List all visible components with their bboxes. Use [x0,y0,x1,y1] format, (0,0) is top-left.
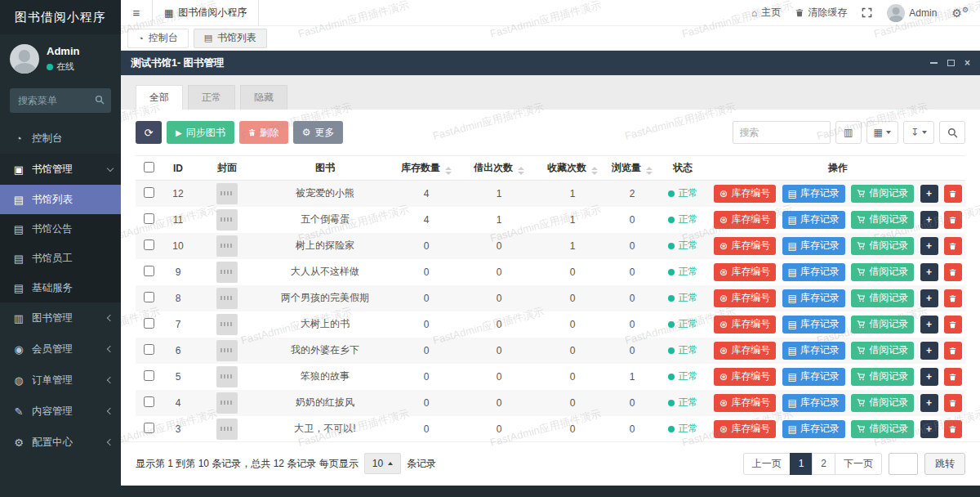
delete-row-button[interactable] [944,394,962,412]
borrow-record-button[interactable]: 借阅记录 [851,237,914,255]
add-button[interactable]: + [920,237,938,255]
stock-number-button[interactable]: ⊛库存编号 [714,342,776,360]
book-cover-thumbnail[interactable] [216,183,238,204]
stock-number-button[interactable]: ⊛库存编号 [714,211,776,229]
add-button[interactable]: + [920,420,938,438]
delete-row-button[interactable] [944,185,962,203]
stock-record-button[interactable]: ▤库存记录 [782,263,845,281]
book-cover-thumbnail[interactable] [216,419,238,440]
sidebar-item-basic-service[interactable]: ▤ 基础服务 [0,273,121,302]
add-button[interactable]: + [920,211,938,229]
app-tab[interactable]: ▦ 图书借阅小程序 [152,0,259,26]
delete-row-button[interactable] [944,211,962,229]
maximize-icon[interactable] [947,60,955,66]
stock-record-button[interactable]: ▤库存记录 [782,185,845,203]
book-cover-thumbnail[interactable] [216,340,238,361]
stock-record-button[interactable]: ▤库存记录 [782,368,845,386]
fullscreen-icon[interactable] [862,7,872,18]
select-all-checkbox[interactable] [144,162,154,172]
row-checkbox[interactable] [144,396,154,407]
borrow-record-button[interactable]: 借阅记录 [851,316,914,334]
search-button[interactable] [939,121,965,144]
page-2-button[interactable]: 2 [812,453,835,475]
delete-row-button[interactable] [944,420,962,438]
page-1-button[interactable]: 1 [790,453,813,475]
stock-number-button[interactable]: ⊛库存编号 [714,289,776,307]
add-button[interactable]: + [920,342,938,360]
sidebar-item-library-staff[interactable]: ▤ 书馆员工 [0,244,121,273]
delete-row-button[interactable] [944,368,962,386]
borrow-record-button[interactable]: 借阅记录 [851,420,914,438]
sidebar-item-library-manage[interactable]: ▣ 书馆管理 [0,154,121,185]
stock-record-button[interactable]: ▤库存记录 [782,316,845,334]
toggle-view-button[interactable]: ▥ [835,121,862,144]
home-link[interactable]: ⌂ 主页 [751,6,781,20]
sidebar-item-order-manage[interactable]: ◍ 订单管理 [0,365,121,396]
sidebar-item-library-list[interactable]: ▤ 书馆列表 [0,185,121,214]
stock-number-button[interactable]: ⊛库存编号 [714,368,776,386]
page-jump-input[interactable] [889,453,918,475]
row-checkbox[interactable] [144,344,154,355]
filter-tab-all[interactable]: 全部 [136,85,183,110]
settings-gears-icon[interactable]: ⚙⚙ [951,6,969,20]
add-button[interactable]: + [920,316,938,334]
borrow-record-button[interactable]: 借阅记录 [851,368,914,386]
add-button[interactable]: + [920,185,938,203]
refresh-button[interactable]: ⟳ [136,121,162,144]
delete-button[interactable]: 删除 [239,121,288,144]
book-cover-thumbnail[interactable] [216,392,238,414]
delete-row-button[interactable] [944,316,962,334]
book-cover-thumbnail[interactable] [216,262,238,283]
row-checkbox[interactable] [144,370,154,381]
borrow-record-button[interactable]: 借阅记录 [851,342,914,360]
stock-number-button[interactable]: ⊛库存编号 [714,394,776,412]
per-page-select[interactable]: 10 [364,453,401,474]
stock-record-button[interactable]: ▤库存记录 [782,237,845,255]
navbar-user[interactable]: Admin [887,4,937,22]
row-checkbox[interactable] [144,266,154,276]
book-cover-thumbnail[interactable] [216,209,238,231]
stock-number-button[interactable]: ⊛库存编号 [714,420,776,438]
columns-button[interactable]: ▦ [866,121,898,144]
prev-page-button[interactable]: 上一页 [743,453,791,475]
col-stock[interactable]: 库存数量 [390,156,462,181]
stock-record-button[interactable]: ▤库存记录 [782,211,845,229]
stock-number-button[interactable]: ⊛库存编号 [714,263,776,281]
row-checkbox[interactable] [144,187,154,198]
borrow-record-button[interactable]: 借阅记录 [851,211,914,229]
row-checkbox[interactable] [144,240,154,250]
add-button[interactable]: + [920,394,938,412]
add-button[interactable]: + [920,368,938,386]
minimize-icon[interactable] [930,62,938,64]
stock-number-button[interactable]: ⊛库存编号 [714,185,776,203]
sync-books-button[interactable]: ▶ 同步图书 [167,121,234,144]
tab-dashboard[interactable]: ◔ 控制台 [127,29,189,48]
row-checkbox[interactable] [144,292,154,302]
row-checkbox[interactable] [144,423,154,433]
filter-tab-normal[interactable]: 正常 [188,85,235,110]
stock-number-button[interactable]: ⊛库存编号 [714,237,776,255]
tab-library-list[interactable]: ▤ 书馆列表 [194,29,267,48]
borrow-record-button[interactable]: 借阅记录 [851,263,914,281]
add-button[interactable]: + [920,263,938,281]
close-icon[interactable]: × [964,58,970,68]
sidebar-item-member-manage[interactable]: ◉ 会员管理 [0,334,121,365]
clear-cache-link[interactable]: 清除缓存 [795,6,847,20]
stock-record-button[interactable]: ▤库存记录 [782,394,845,412]
borrow-record-button[interactable]: 借阅记录 [851,289,914,307]
delete-row-button[interactable] [944,263,962,281]
sidebar-item-content-manage[interactable]: ✎ 内容管理 [0,396,121,427]
export-button[interactable]: ↧ [903,121,934,144]
delete-row-button[interactable] [944,237,962,255]
sidebar-item-config-center[interactable]: ⚙ 配置中心 [0,427,121,458]
sidebar-item-dashboard[interactable]: ◔ 控制台 [0,123,121,154]
stock-record-button[interactable]: ▤库存记录 [782,420,845,438]
filter-tab-hidden[interactable]: 隐藏 [240,85,287,110]
stock-record-button[interactable]: ▤库存记录 [782,342,845,360]
col-views[interactable]: 浏览量 [609,156,655,181]
borrow-record-button[interactable]: 借阅记录 [851,394,914,412]
row-checkbox[interactable] [144,213,154,224]
delete-row-button[interactable] [944,289,962,307]
book-cover-thumbnail[interactable] [216,235,238,257]
stock-number-button[interactable]: ⊛库存编号 [714,316,776,334]
